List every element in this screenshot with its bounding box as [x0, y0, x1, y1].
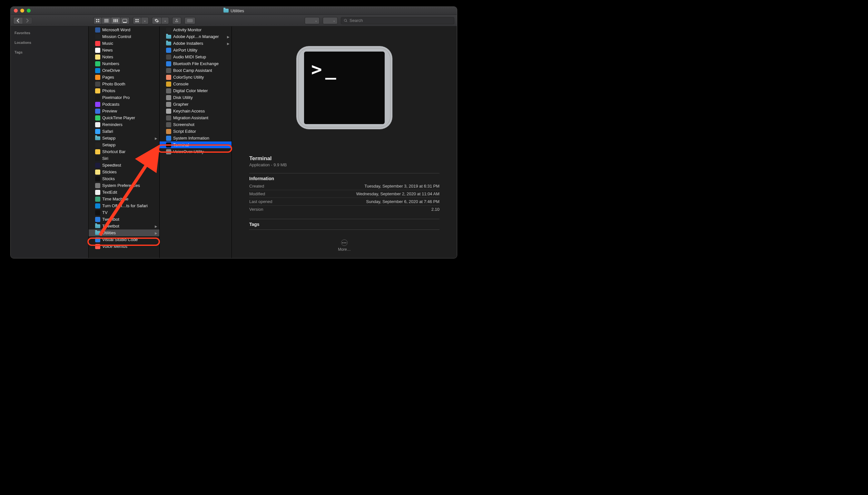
list-item[interactable]: News — [89, 47, 159, 53]
view-column-button[interactable] — [111, 17, 120, 24]
sidebar-section-favorites[interactable]: Favorites — [11, 30, 88, 36]
list-item-label: Keychain Access — [173, 108, 229, 114]
back-button[interactable] — [13, 17, 22, 24]
terminal-icon: >_ — [304, 52, 385, 124]
toolbar: ⌄ ⌄ ⌄ ⌄ Search — [11, 15, 457, 27]
list-item[interactable]: QuickTime Player — [89, 115, 159, 121]
list-item-label: AirPort Utility — [173, 48, 229, 53]
app-icon — [95, 75, 100, 80]
list-item-label: Pixelmator Pro — [102, 95, 157, 100]
list-item[interactable]: Script Editor — [160, 128, 232, 135]
app-icon — [95, 41, 100, 46]
list-item[interactable]: Music — [89, 40, 159, 47]
list-item[interactable]: Pixelmator Pro — [89, 94, 159, 101]
list-item[interactable]: Disk Utility — [160, 94, 232, 101]
list-item-label: Photos — [102, 88, 157, 93]
list-item[interactable]: Keychain Access — [160, 108, 232, 115]
list-item[interactable]: Adobe Installers▶ — [160, 40, 232, 47]
app-icon — [166, 48, 171, 53]
list-item-label: Adobe Installers — [173, 41, 229, 46]
list-item[interactable]: Reminders — [89, 121, 159, 128]
toolbar-select-1[interactable]: ⌄ — [305, 17, 319, 24]
list-item-label: System Information — [173, 136, 229, 140]
list-item[interactable]: Boot Camp Assistant — [160, 67, 232, 74]
info-key: Modified — [249, 191, 265, 196]
folder-icon — [166, 35, 171, 39]
list-item-label: Preview — [102, 108, 157, 114]
list-item[interactable]: OneDrive — [89, 67, 159, 74]
app-icon — [166, 28, 171, 33]
list-item[interactable]: Preview — [89, 108, 159, 115]
app-icon — [166, 129, 171, 134]
list-item[interactable]: Notes — [89, 53, 159, 60]
titlebar: Utilities — [11, 7, 457, 15]
info-value: Sunday, September 6, 2020 at 7:46 PM — [366, 199, 439, 204]
action-menu-button[interactable]: ⌄ — [161, 17, 169, 24]
app-icon — [95, 61, 100, 66]
list-item-label: Console — [173, 82, 229, 86]
info-key: Last opened — [249, 199, 272, 204]
list-item-label: Photo Booth — [102, 82, 157, 86]
list-item-label: Notes — [102, 54, 157, 59]
view-icon-button[interactable] — [94, 17, 102, 24]
view-list-button[interactable] — [102, 17, 111, 24]
list-item-label: Pages — [102, 75, 157, 80]
list-item-label: Microsoft Word — [102, 28, 157, 32]
preview-section-information: Information — [249, 173, 439, 181]
list-item[interactable]: Grapher — [160, 101, 232, 108]
forward-button[interactable] — [22, 17, 32, 24]
share-button[interactable] — [172, 17, 181, 24]
sidebar-section-locations[interactable]: Locations — [11, 39, 88, 46]
chevron-right-icon: ▶ — [227, 41, 230, 45]
list-item-label: Bluetooth File Exchange — [173, 61, 229, 66]
list-item[interactable]: Photos — [89, 87, 159, 94]
info-value: 2.10 — [431, 207, 439, 212]
list-item[interactable]: AirPort Utility — [160, 47, 232, 53]
preview-pane: >_ Terminal Application - 9.9 MB Informa… — [232, 27, 457, 258]
list-item[interactable]: Screenshot — [160, 121, 232, 128]
list-item-label: Migration Assistant — [173, 115, 229, 120]
arrange-button[interactable] — [133, 17, 141, 24]
app-icon — [166, 95, 171, 100]
zoom-button[interactable] — [27, 9, 31, 13]
list-item-label: Boot Camp Assistant — [173, 68, 229, 73]
list-item[interactable]: Mission Control — [89, 33, 159, 40]
list-item[interactable]: Audio MIDI Setup — [160, 53, 232, 60]
info-row: Last openedSunday, September 6, 2020 at … — [249, 198, 439, 205]
list-item-label: Audio MIDI Setup — [173, 54, 229, 59]
list-item[interactable]: Microsoft Word — [89, 27, 159, 33]
list-item[interactable]: Bluetooth File Exchange — [160, 60, 232, 67]
list-item-label: Screenshot — [173, 122, 229, 127]
sidebar-section-tags[interactable]: Tags — [11, 49, 88, 55]
list-item[interactable]: Adobe Appl…n Manager▶ — [160, 33, 232, 40]
more-icon: ••• — [341, 239, 348, 246]
arrange-menu-button[interactable]: ⌄ — [141, 17, 149, 24]
list-item[interactable]: Migration Assistant — [160, 115, 232, 121]
action-button[interactable] — [152, 17, 161, 24]
list-item[interactable]: Digital Color Meter — [160, 87, 232, 94]
app-icon — [95, 108, 100, 114]
list-item[interactable]: Console — [160, 81, 232, 87]
list-item-label: Numbers — [102, 61, 157, 66]
tags-button[interactable] — [184, 17, 195, 24]
preview-more[interactable]: ••• More… — [249, 239, 439, 252]
list-item-label: Disk Utility — [173, 95, 229, 100]
toolbar-select-2[interactable]: ⌄ — [323, 17, 338, 24]
list-item[interactable]: Safari — [89, 128, 159, 135]
list-item-label: Grapher — [173, 102, 229, 107]
info-value: Tuesday, September 3, 2019 at 6:31 PM — [364, 184, 439, 189]
close-button[interactable] — [14, 9, 18, 13]
list-item[interactable]: Photo Booth — [89, 81, 159, 87]
search-input[interactable]: Search — [341, 17, 454, 24]
list-item[interactable]: Activity Monitor — [160, 27, 232, 33]
view-gallery-button[interactable] — [120, 17, 130, 24]
minimize-button[interactable] — [20, 9, 24, 13]
list-item[interactable]: Podcasts — [89, 101, 159, 108]
app-icon — [166, 102, 171, 107]
app-icon — [166, 68, 171, 73]
list-item[interactable]: ColorSync Utility — [160, 74, 232, 81]
list-item[interactable]: Pages — [89, 74, 159, 81]
list-item[interactable]: Numbers — [89, 60, 159, 67]
app-icon — [166, 54, 171, 59]
app-icon — [95, 68, 100, 73]
